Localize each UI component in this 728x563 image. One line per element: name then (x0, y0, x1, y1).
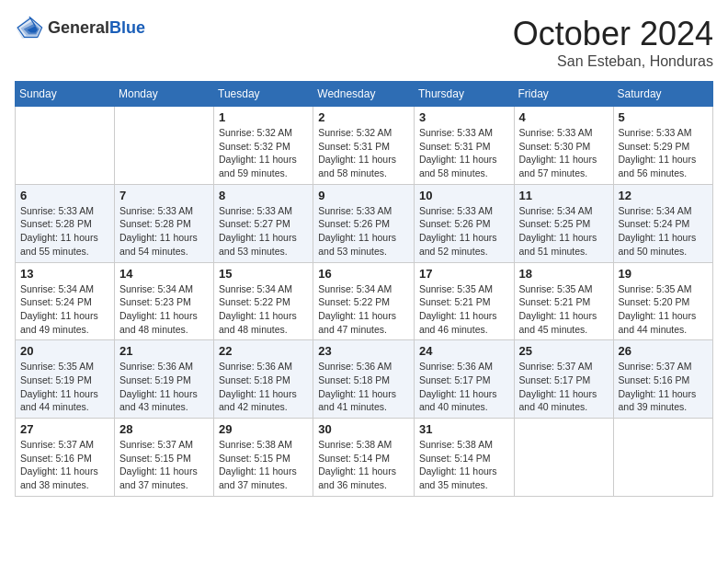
table-row (16, 107, 115, 185)
day-number: 28 (119, 422, 209, 436)
header-tuesday: Tuesday (214, 82, 313, 107)
day-info: Sunrise: 5:38 AMSunset: 5:14 PMDaylight:… (419, 438, 509, 492)
table-row: 8 Sunrise: 5:33 AMSunset: 5:27 PMDayligh… (214, 184, 313, 262)
month-title: October 2024 (513, 15, 713, 53)
day-info: Sunrise: 5:37 AMSunset: 5:15 PMDaylight:… (119, 438, 209, 492)
header-sunday: Sunday (16, 82, 115, 107)
day-number: 10 (419, 189, 509, 202)
table-row: 5 Sunrise: 5:33 AMSunset: 5:29 PMDayligh… (613, 107, 712, 185)
day-number: 1 (219, 110, 308, 124)
header-thursday: Thursday (414, 82, 514, 107)
day-info: Sunrise: 5:34 AMSunset: 5:23 PMDaylight:… (119, 282, 209, 337)
table-row: 18 Sunrise: 5:35 AMSunset: 5:21 PMDaylig… (514, 262, 613, 340)
day-number: 20 (20, 344, 109, 358)
table-row: 28 Sunrise: 5:37 AMSunset: 5:15 PMDaylig… (115, 419, 214, 497)
day-info: Sunrise: 5:35 AMSunset: 5:21 PMDaylight:… (519, 282, 609, 337)
table-row: 4 Sunrise: 5:33 AMSunset: 5:30 PMDayligh… (514, 107, 613, 185)
table-row: 26 Sunrise: 5:37 AMSunset: 5:16 PMDaylig… (613, 340, 712, 419)
day-info: Sunrise: 5:34 AMSunset: 5:25 PMDaylight:… (519, 204, 609, 259)
day-number: 13 (20, 267, 109, 281)
day-number: 26 (619, 344, 708, 358)
day-number: 18 (519, 267, 609, 281)
logo-blue-text: Blue (109, 18, 145, 38)
day-info: Sunrise: 5:36 AMSunset: 5:19 PMDaylight:… (119, 360, 209, 414)
day-info: Sunrise: 5:36 AMSunset: 5:18 PMDaylight:… (219, 360, 308, 414)
table-row: 14 Sunrise: 5:34 AMSunset: 5:23 PMDaylig… (115, 262, 214, 340)
day-info: Sunrise: 5:33 AMSunset: 5:26 PMDaylight:… (318, 204, 409, 259)
table-row (514, 419, 613, 497)
table-row: 22 Sunrise: 5:36 AMSunset: 5:18 PMDaylig… (214, 340, 313, 419)
table-row: 30 Sunrise: 5:38 AMSunset: 5:14 PMDaylig… (313, 419, 415, 497)
day-info: Sunrise: 5:33 AMSunset: 5:26 PMDaylight:… (419, 204, 509, 259)
day-number: 21 (119, 344, 209, 358)
table-row: 2 Sunrise: 5:32 AMSunset: 5:31 PMDayligh… (313, 107, 415, 185)
table-row: 27 Sunrise: 5:37 AMSunset: 5:16 PMDaylig… (16, 419, 115, 497)
day-number: 6 (20, 189, 109, 202)
day-number: 23 (318, 344, 409, 358)
day-info: Sunrise: 5:35 AMSunset: 5:21 PMDaylight:… (419, 282, 509, 337)
day-number: 30 (318, 422, 409, 436)
weekday-header-row: Sunday Monday Tuesday Wednesday Thursday… (16, 82, 713, 107)
table-row: 17 Sunrise: 5:35 AMSunset: 5:21 PMDaylig… (414, 262, 514, 340)
day-info: Sunrise: 5:38 AMSunset: 5:15 PMDaylight:… (219, 438, 308, 492)
day-info: Sunrise: 5:34 AMSunset: 5:24 PMDaylight:… (619, 204, 708, 259)
day-number: 3 (419, 110, 509, 124)
week-row-1: 1 Sunrise: 5:32 AMSunset: 5:32 PMDayligh… (16, 107, 713, 185)
location-title: San Esteban, Honduras (513, 53, 713, 70)
day-info: Sunrise: 5:35 AMSunset: 5:20 PMDaylight:… (619, 282, 708, 337)
table-row: 25 Sunrise: 5:37 AMSunset: 5:17 PMDaylig… (514, 340, 613, 419)
page-header: General Blue October 2024 San Esteban, H… (15, 15, 713, 70)
week-row-5: 27 Sunrise: 5:37 AMSunset: 5:16 PMDaylig… (16, 419, 713, 497)
day-number: 5 (619, 110, 708, 124)
header-monday: Monday (115, 82, 214, 107)
day-number: 14 (119, 267, 209, 281)
day-info: Sunrise: 5:34 AMSunset: 5:24 PMDaylight:… (20, 282, 109, 337)
day-number: 11 (519, 189, 609, 202)
day-number: 12 (619, 189, 708, 202)
table-row: 24 Sunrise: 5:36 AMSunset: 5:17 PMDaylig… (414, 340, 514, 419)
table-row: 23 Sunrise: 5:36 AMSunset: 5:18 PMDaylig… (313, 340, 415, 419)
table-row (613, 419, 712, 497)
table-row (115, 107, 214, 185)
day-number: 24 (419, 344, 509, 358)
header-friday: Friday (514, 82, 613, 107)
day-number: 16 (318, 267, 409, 281)
table-row: 1 Sunrise: 5:32 AMSunset: 5:32 PMDayligh… (214, 107, 313, 185)
day-info: Sunrise: 5:34 AMSunset: 5:22 PMDaylight:… (219, 282, 308, 337)
day-number: 4 (519, 110, 609, 124)
table-row: 15 Sunrise: 5:34 AMSunset: 5:22 PMDaylig… (214, 262, 313, 340)
day-number: 15 (219, 267, 308, 281)
week-row-2: 6 Sunrise: 5:33 AMSunset: 5:28 PMDayligh… (16, 184, 713, 262)
table-row: 20 Sunrise: 5:35 AMSunset: 5:19 PMDaylig… (16, 340, 115, 419)
day-number: 29 (219, 422, 308, 436)
day-number: 31 (419, 422, 509, 436)
day-info: Sunrise: 5:35 AMSunset: 5:19 PMDaylight:… (20, 360, 109, 414)
table-row: 21 Sunrise: 5:36 AMSunset: 5:19 PMDaylig… (115, 340, 214, 419)
title-section: October 2024 San Esteban, Honduras (513, 15, 713, 70)
day-info: Sunrise: 5:33 AMSunset: 5:30 PMDaylight:… (519, 126, 609, 180)
day-info: Sunrise: 5:37 AMSunset: 5:16 PMDaylight:… (619, 360, 708, 414)
table-row: 31 Sunrise: 5:38 AMSunset: 5:14 PMDaylig… (414, 419, 514, 497)
day-number: 22 (219, 344, 308, 358)
day-info: Sunrise: 5:33 AMSunset: 5:28 PMDaylight:… (20, 204, 109, 259)
table-row: 29 Sunrise: 5:38 AMSunset: 5:15 PMDaylig… (214, 419, 313, 497)
logo-general-text: General (48, 18, 109, 38)
day-info: Sunrise: 5:32 AMSunset: 5:31 PMDaylight:… (318, 126, 409, 180)
day-number: 17 (419, 267, 509, 281)
day-info: Sunrise: 5:32 AMSunset: 5:32 PMDaylight:… (219, 126, 308, 180)
calendar-table: Sunday Monday Tuesday Wednesday Thursday… (15, 81, 713, 497)
day-info: Sunrise: 5:37 AMSunset: 5:16 PMDaylight:… (20, 438, 109, 492)
header-saturday: Saturday (613, 82, 712, 107)
day-number: 8 (219, 189, 308, 202)
day-info: Sunrise: 5:38 AMSunset: 5:14 PMDaylight:… (318, 438, 409, 492)
table-row: 7 Sunrise: 5:33 AMSunset: 5:28 PMDayligh… (115, 184, 214, 262)
day-info: Sunrise: 5:33 AMSunset: 5:31 PMDaylight:… (419, 126, 509, 180)
day-number: 9 (318, 189, 409, 202)
table-row: 6 Sunrise: 5:33 AMSunset: 5:28 PMDayligh… (16, 184, 115, 262)
day-number: 27 (20, 422, 109, 436)
table-row: 12 Sunrise: 5:34 AMSunset: 5:24 PMDaylig… (613, 184, 712, 262)
day-info: Sunrise: 5:36 AMSunset: 5:18 PMDaylight:… (318, 360, 409, 414)
table-row: 13 Sunrise: 5:34 AMSunset: 5:24 PMDaylig… (16, 262, 115, 340)
table-row: 9 Sunrise: 5:33 AMSunset: 5:26 PMDayligh… (313, 184, 415, 262)
day-info: Sunrise: 5:33 AMSunset: 5:29 PMDaylight:… (619, 126, 708, 180)
